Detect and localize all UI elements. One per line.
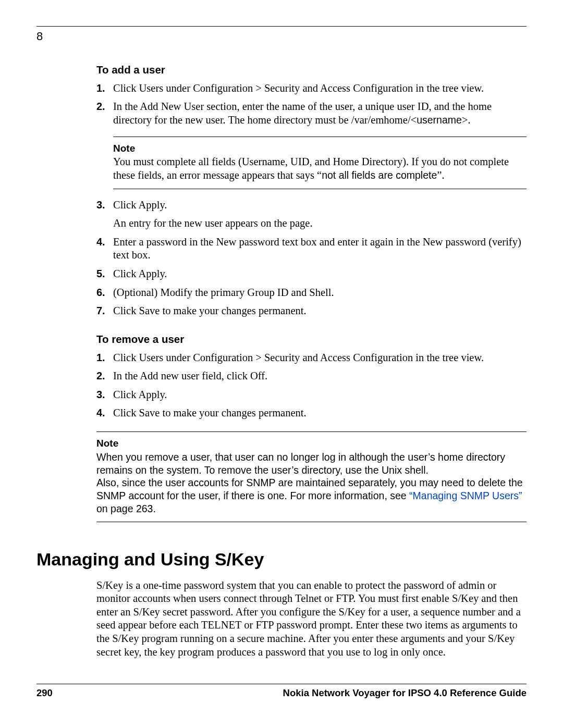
text-fragment: on page 263. [96, 503, 156, 514]
text-fragment: When you remove a user, that user can no… [96, 451, 505, 476]
cross-reference-link[interactable]: “Managing SNMP Users” [409, 490, 522, 501]
list-item: 4. Enter a password in the New password … [96, 236, 527, 262]
note-box: Note You must complete all fields (Usern… [113, 137, 527, 189]
text-fragment: You must complete all fields (Username, … [113, 156, 509, 181]
text-fragment: >. [462, 114, 471, 126]
chapter-number: 8 [36, 30, 527, 43]
step-number: 1. [96, 82, 113, 95]
step-number: 3. [96, 199, 113, 230]
header-rule [36, 26, 527, 27]
list-item: 7. Click Save to make your changes perma… [96, 304, 527, 318]
list-item: 1. Click Users under Configuration > Sec… [96, 351, 527, 365]
step-text: Click Apply. An entry for the new user a… [113, 199, 527, 230]
footer-rule [36, 684, 527, 684]
code-text: username [417, 114, 462, 126]
step-number: 6. [96, 286, 113, 300]
step-number: 2. [96, 369, 113, 383]
document-page: 8 To add a user 1. Click Users under Con… [0, 0, 563, 728]
note-label: Note [96, 437, 524, 450]
body-text: S/Key is a one-time password system that… [96, 579, 521, 658]
note-label: Note [113, 142, 524, 155]
step-text: Click Apply. [113, 267, 527, 281]
step-text: Click Users under Configuration > Securi… [113, 82, 527, 95]
text-fragment: Click Apply. [113, 199, 167, 211]
step-text: Click Users under Configuration > Securi… [113, 351, 527, 365]
text-fragment: ”. [437, 169, 444, 181]
subheading-remove-user: To remove a user [96, 332, 527, 346]
list-item: 5. Click Apply. [96, 267, 527, 281]
note-box: Note When you remove a user, that user c… [96, 431, 527, 522]
step-text: In the Add New User section, enter the n… [113, 100, 527, 127]
step-text: (Optional) Modify the primary Group ID a… [113, 286, 527, 300]
note-text: When you remove a user, that user can no… [96, 451, 524, 515]
note-text: You must complete all fields (Username, … [113, 155, 524, 182]
heading-skey: Managing and Using S/Key [36, 549, 527, 570]
page-content: To add a user 1. Click Users under Confi… [96, 63, 527, 522]
step-number: 3. [96, 388, 113, 402]
add-user-steps-1: 1. Click Users under Configuration > Sec… [96, 82, 527, 127]
list-item: 6. (Optional) Modify the primary Group I… [96, 286, 527, 300]
step-text: Click Save to make your changes permanen… [113, 406, 527, 420]
step-number: 2. [96, 100, 113, 127]
step-number: 7. [96, 304, 113, 318]
code-text: not all fields are complete [322, 169, 437, 181]
page-number: 290 [36, 687, 53, 699]
list-item: 2. In the Add New User section, enter th… [96, 100, 527, 127]
step-number: 5. [96, 267, 113, 281]
skey-body: S/Key is a one-time password system that… [96, 579, 527, 659]
remove-user-steps: 1. Click Users under Configuration > Sec… [96, 351, 527, 421]
step-text: In the Add new user field, click Off. [113, 369, 527, 383]
step-followup: An entry for the new user appears on the… [113, 217, 527, 230]
add-user-steps-2: 3. Click Apply. An entry for the new use… [96, 199, 527, 318]
step-number: 1. [96, 351, 113, 365]
list-item: 3. Click Apply. [96, 388, 527, 402]
step-number: 4. [96, 236, 113, 262]
list-item: 4. Click Save to make your changes perma… [96, 406, 527, 420]
subheading-add-user: To add a user [96, 63, 527, 77]
page-footer: 290 Nokia Network Voyager for IPSO 4.0 R… [36, 684, 527, 699]
step-text: Enter a password in the New password tex… [113, 236, 527, 262]
footer-line: 290 Nokia Network Voyager for IPSO 4.0 R… [36, 687, 527, 699]
step-number: 4. [96, 406, 113, 420]
list-item: 2. In the Add new user field, click Off. [96, 369, 527, 383]
list-item: 3. Click Apply. An entry for the new use… [96, 199, 527, 230]
step-text: Click Apply. [113, 388, 527, 402]
step-text: Click Save to make your changes permanen… [113, 304, 527, 318]
list-item: 1. Click Users under Configuration > Sec… [96, 82, 527, 95]
document-title: Nokia Network Voyager for IPSO 4.0 Refer… [283, 687, 527, 699]
